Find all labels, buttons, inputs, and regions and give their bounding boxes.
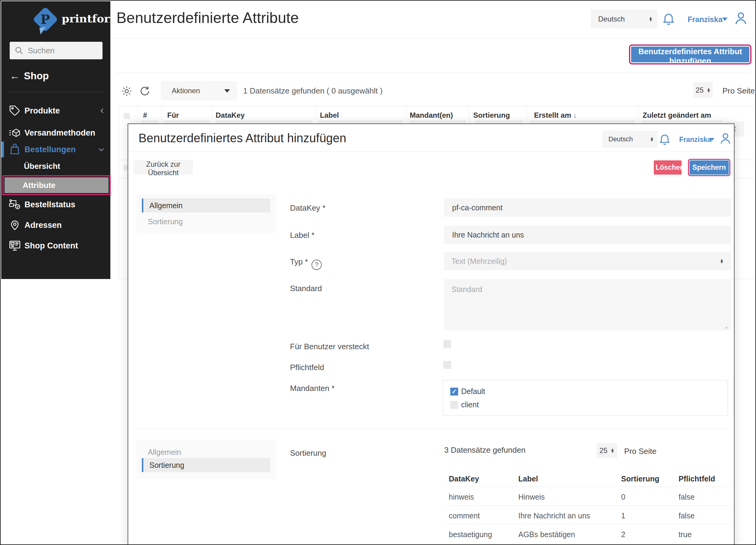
settings-gear-icon[interactable] — [121, 85, 132, 97]
select-arrows-icon: ▲▼ — [649, 17, 653, 21]
sidebar-item-label: Versandmethoden — [24, 128, 95, 138]
modal-language-select[interactable]: Deutsch ▲▼ — [602, 131, 658, 148]
help-question-icon[interactable]: ? — [311, 259, 322, 270]
sidebar-item-label: Shop Content — [24, 241, 78, 250]
select-all-checkbox[interactable] — [124, 113, 130, 119]
column-header[interactable]: Sortierung — [473, 111, 510, 119]
sortierung-results-count: 3 Datensätze gefunden — [444, 446, 526, 455]
typ-label: Typ *? — [290, 257, 322, 270]
sortierung-field-label: Sortierung — [290, 449, 326, 458]
sidebar-item-bestellungen[interactable]: Bestellungen — [1, 142, 110, 156]
mandant-option-default[interactable]: ✓ Default — [450, 387, 485, 396]
table-header-divider — [444, 487, 731, 487]
chevron-down-icon — [97, 145, 105, 153]
section-divider — [136, 429, 728, 429]
add-attribute-button[interactable]: Benutzerdefiniertes Attribut hinzufügen — [631, 47, 749, 62]
standard-textarea[interactable] — [444, 279, 731, 331]
tab-sortierung[interactable]: Sortierung — [148, 217, 183, 226]
resize-handle-icon[interactable]: ⸗ — [725, 325, 727, 331]
modal-header-divider — [128, 151, 734, 152]
label-field-wrap — [444, 226, 731, 244]
sidebar-item-label: Bestellstatus — [24, 200, 75, 209]
button-row-divider — [116, 73, 749, 73]
form-tabs-panel: Allgemein Sortierung — [136, 194, 276, 233]
check-icon: ✓ — [451, 388, 457, 395]
sidebar-item-label: Adressen — [24, 220, 62, 230]
mandanten-option-box: ✓ Default client — [443, 380, 728, 416]
shipping-box-icon — [9, 127, 21, 139]
user-avatar-icon[interactable] — [719, 131, 732, 145]
sidebar-item-adressen[interactable]: Adressen — [1, 218, 110, 232]
tag-icon — [9, 105, 21, 116]
datakey-label: DataKey * — [290, 203, 325, 213]
sort-table-header: Pflichtfeld — [679, 475, 715, 483]
column-header[interactable]: # — [143, 111, 147, 119]
sidebar-search-input[interactable]: Suchen — [10, 42, 103, 59]
sidebar-item-attribute[interactable]: Attribute — [5, 177, 109, 193]
sidebar-item-shop-content[interactable]: Shop Content — [1, 239, 110, 253]
hidden-checkbox[interactable] — [443, 340, 451, 348]
user-name[interactable]: Franziska — [679, 135, 711, 144]
hidden-label: Für Benutzer versteckt — [290, 342, 369, 351]
select-arrows-icon: ▲▼ — [611, 448, 614, 453]
add-attribute-modal: Benutzerdefiniertes Attribut hinzufügen … — [128, 123, 735, 545]
tab-allgemein[interactable]: Allgemein — [142, 198, 270, 212]
typ-select[interactable]: Text (Mehrzeilig) ▲▼ — [444, 252, 731, 270]
sortierung-per-page-select[interactable]: 25 ▲▼ — [597, 443, 617, 458]
search-icon — [15, 46, 24, 55]
column-header-sorted[interactable]: Erstellt am ↓ — [534, 111, 577, 119]
tab-sortierung[interactable]: Sortierung — [142, 458, 270, 472]
row-divider — [444, 505, 731, 506]
sidebar-item-produkte[interactable]: Produkte — [1, 104, 110, 118]
user-menu-caret-icon[interactable] — [722, 18, 728, 21]
notifications-bell-icon[interactable] — [658, 132, 671, 146]
save-button[interactable]: Speichern — [689, 160, 729, 174]
column-header[interactable]: DataKey — [216, 111, 245, 119]
column-header[interactable]: Mandant(en) — [410, 111, 453, 119]
sidebar: P printformer Suchen ← Shop Produkte Ver… — [1, 1, 110, 279]
sidebar-item-label: Attribute — [23, 181, 55, 190]
sidebar-item-versandmethoden[interactable]: Versandmethoden — [1, 126, 110, 140]
label-input[interactable] — [451, 230, 724, 240]
tab-allgemein[interactable]: Allgemein — [148, 448, 181, 457]
back-to-overview-button[interactable]: Zurück zur Übersicht — [134, 160, 193, 174]
user-menu-caret-icon[interactable] — [709, 138, 714, 141]
sidebar-divider — [9, 92, 104, 92]
column-header[interactable]: Zuletzt geändert am — [643, 111, 711, 119]
refresh-icon[interactable] — [139, 85, 151, 97]
sidebar-item-label: Bestellungen — [24, 145, 76, 154]
order-status-icon — [9, 198, 21, 210]
app-root: P printformer Suchen ← Shop Produkte Ver… — [0, 0, 756, 545]
user-name[interactable]: Franziska — [688, 15, 722, 24]
shopping-bag-icon — [9, 144, 21, 155]
sortierung-tabs-panel: Allgemein Sortierung — [136, 439, 276, 479]
page-title: Benutzerdefinierte Attribute — [116, 9, 299, 27]
delete-button[interactable]: Löschen — [654, 160, 682, 174]
chevron-left-icon — [99, 107, 106, 114]
required-checkbox[interactable] — [443, 361, 451, 369]
standard-label: Standard — [290, 284, 322, 293]
select-arrows-icon: ▲▼ — [720, 259, 724, 263]
language-select[interactable]: Deutsch ▲▼ — [591, 10, 657, 28]
per-page-label: Pro Seite — [722, 86, 755, 96]
header-divider — [111, 38, 756, 38]
user-avatar-icon[interactable] — [733, 10, 749, 26]
sort-table-header: Label — [518, 475, 538, 483]
per-page-select[interactable]: 25 ▲▼ — [693, 82, 713, 98]
sidebar-item-uebersicht[interactable]: Übersicht — [24, 161, 60, 171]
column-header[interactable]: Label — [320, 111, 339, 119]
sort-down-arrow-icon: ↓ — [573, 111, 577, 119]
select-arrows-icon: ▲▼ — [707, 88, 711, 93]
results-count: 1 Datensätze gefunden ( 0 ausgewählt ) — [243, 86, 383, 96]
sort-table-header: Sortierung — [621, 475, 659, 483]
unchecked-checkbox — [450, 401, 458, 409]
aktionen-dropdown[interactable]: Aktionen — [161, 81, 237, 100]
sidebar-item-bestellstatus[interactable]: Bestellstatus — [1, 197, 110, 211]
logo-fold-decoration — [39, 27, 47, 34]
datakey-input[interactable] — [451, 203, 724, 212]
modal-title: Benutzerdefiniertes Attribut hinzufügen — [138, 131, 346, 145]
mandant-option-client[interactable]: client — [450, 400, 479, 409]
notifications-bell-icon[interactable] — [661, 11, 676, 26]
shop-back-link[interactable]: ← Shop — [10, 70, 49, 82]
arrow-left-icon: ← — [10, 70, 20, 82]
